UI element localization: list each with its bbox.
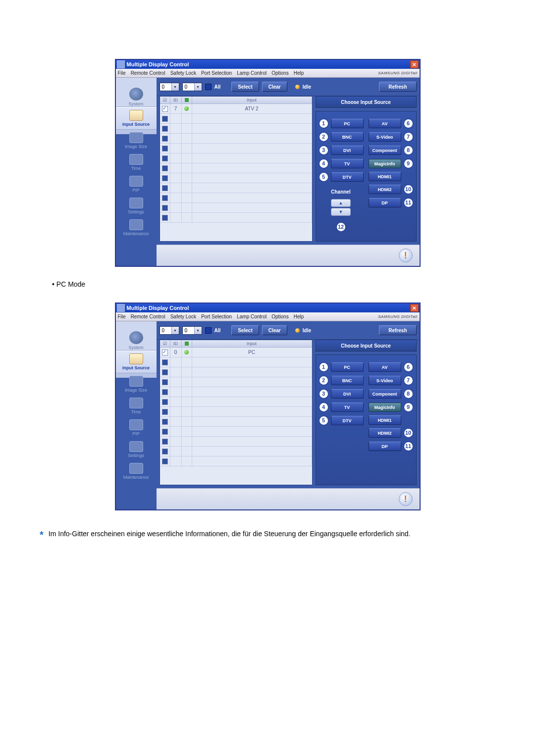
table-row[interactable]	[160, 377, 312, 387]
row-checkbox[interactable]	[162, 350, 168, 355]
table-row[interactable]	[160, 213, 312, 223]
source-magicinfo-button[interactable]: MagicInfo	[369, 403, 401, 412]
source-component-button[interactable]: Component	[369, 146, 401, 155]
menu-lamp-control[interactable]: Lamp Control	[237, 314, 267, 319]
source-pc-button[interactable]: PC	[331, 362, 364, 372]
col-status[interactable]	[182, 97, 192, 103]
dropdown-1[interactable]: 0▼	[160, 326, 179, 335]
source-magicinfo-button[interactable]: MagicInfo	[369, 159, 401, 168]
table-row[interactable]	[160, 124, 312, 134]
menu-remote-control[interactable]: Remote Control	[131, 314, 165, 319]
sidebar-item-pip[interactable]: PIP	[116, 417, 157, 439]
source-dtv-button[interactable]: DTV	[331, 416, 364, 425]
source-svideo-button[interactable]: S-Video	[369, 376, 401, 385]
col-check[interactable]: ☑	[160, 340, 170, 347]
sidebar-item-image-size[interactable]: Image Size	[116, 373, 157, 395]
table-row[interactable]	[160, 407, 312, 417]
source-bnc-button[interactable]: BNC	[331, 132, 364, 142]
close-icon[interactable]: ✕	[410, 304, 419, 312]
table-row[interactable]	[160, 144, 312, 153]
menu-remote-control[interactable]: Remote Control	[131, 70, 165, 76]
source-bnc-button[interactable]: BNC	[331, 376, 364, 385]
select-button[interactable]: Select	[231, 82, 259, 92]
col-id[interactable]: ID	[170, 340, 182, 347]
table-row[interactable]	[160, 367, 312, 377]
clear-button[interactable]: Clear	[262, 325, 287, 335]
menu-port-selection[interactable]: Port Selection	[201, 70, 232, 76]
menu-safety-lock[interactable]: Safety Lock	[170, 70, 196, 76]
source-pc-button[interactable]: PC	[331, 119, 364, 128]
sidebar-item-time[interactable]: Time	[116, 395, 157, 417]
dropdown-2[interactable]: 0▼	[182, 326, 202, 335]
source-hdmi1-button[interactable]: HDMI1	[369, 172, 401, 181]
table-row[interactable]	[160, 397, 312, 407]
table-row[interactable]	[160, 173, 312, 183]
table-row[interactable]	[160, 437, 312, 447]
all-checkbox[interactable]	[205, 84, 212, 90]
source-hdmi2-button[interactable]: HDMI2	[369, 185, 401, 194]
source-svideo-button[interactable]: S-Video	[369, 132, 401, 142]
table-row[interactable]: 0 PC	[160, 348, 312, 357]
table-row[interactable]	[160, 163, 312, 173]
sidebar-item-system[interactable]: System	[116, 321, 157, 351]
col-input[interactable]: Input	[192, 97, 312, 103]
channel-down-button[interactable]: ▼	[331, 208, 351, 216]
table-row[interactable]	[160, 447, 312, 456]
source-dvi-button[interactable]: DVI	[331, 389, 364, 399]
channel-up-button[interactable]: ▲	[331, 199, 351, 207]
source-av-button[interactable]: AV	[369, 119, 401, 128]
row-checkbox[interactable]	[162, 106, 168, 112]
sidebar-item-time[interactable]: Time	[116, 151, 157, 173]
table-row[interactable]: 7 ATV 2	[160, 104, 312, 114]
menu-file[interactable]: File	[118, 70, 126, 76]
source-dvi-button[interactable]: DVI	[331, 146, 364, 155]
menu-options[interactable]: Options	[271, 314, 288, 319]
source-dp-button[interactable]: DP	[369, 198, 401, 207]
table-row[interactable]	[160, 193, 312, 203]
source-tv-button[interactable]: TV	[331, 159, 364, 168]
sidebar-item-maintenance[interactable]: Maintenance	[116, 217, 157, 239]
source-component-button[interactable]: Component	[369, 389, 401, 399]
source-hdmi2-button[interactable]: HDMI2	[369, 428, 401, 438]
sidebar-item-system[interactable]: System	[116, 78, 157, 107]
source-hdmi1-button[interactable]: HDMI1	[369, 415, 401, 425]
menu-help[interactable]: Help	[294, 314, 304, 319]
table-row[interactable]	[160, 114, 312, 124]
close-icon[interactable]: ✕	[410, 60, 419, 68]
menu-lamp-control[interactable]: Lamp Control	[237, 70, 267, 76]
table-row[interactable]	[160, 357, 312, 367]
table-row[interactable]	[160, 417, 312, 427]
menu-help[interactable]: Help	[294, 70, 304, 76]
col-id[interactable]: ID	[170, 97, 182, 103]
table-row[interactable]	[160, 456, 312, 466]
select-button[interactable]: Select	[231, 325, 259, 335]
table-row[interactable]	[160, 134, 312, 144]
sidebar-item-maintenance[interactable]: Maintenance	[116, 460, 157, 482]
sidebar-item-pip[interactable]: PIP	[116, 173, 157, 195]
table-row[interactable]	[160, 387, 312, 397]
menu-port-selection[interactable]: Port Selection	[201, 314, 232, 319]
col-status[interactable]	[182, 340, 192, 347]
source-av-button[interactable]: AV	[369, 362, 401, 372]
sidebar-item-settings[interactable]: Settings	[116, 195, 157, 217]
sidebar-item-input-source[interactable]: Input Source	[116, 351, 157, 373]
table-row[interactable]	[160, 203, 312, 213]
table-row[interactable]	[160, 427, 312, 437]
menu-options[interactable]: Options	[271, 70, 288, 76]
clear-button[interactable]: Clear	[262, 82, 287, 92]
info-icon[interactable]: !	[399, 249, 413, 262]
info-icon[interactable]: !	[399, 492, 413, 506]
sidebar-item-input-source[interactable]: Input Source	[116, 107, 157, 130]
sidebar-item-image-size[interactable]: Image Size	[116, 130, 157, 151]
table-row[interactable]	[160, 183, 312, 193]
menu-file[interactable]: File	[118, 314, 126, 319]
refresh-button[interactable]: Refresh	[379, 82, 416, 92]
col-input[interactable]: Input	[192, 340, 312, 347]
all-checkbox[interactable]	[205, 327, 212, 334]
menu-safety-lock[interactable]: Safety Lock	[170, 314, 196, 319]
source-dtv-button[interactable]: DTV	[331, 172, 364, 182]
dropdown-2[interactable]: 0▼	[182, 83, 202, 91]
dropdown-1[interactable]: 0▼	[160, 83, 179, 91]
source-dp-button[interactable]: DP	[369, 442, 401, 451]
refresh-button[interactable]: Refresh	[379, 325, 416, 335]
